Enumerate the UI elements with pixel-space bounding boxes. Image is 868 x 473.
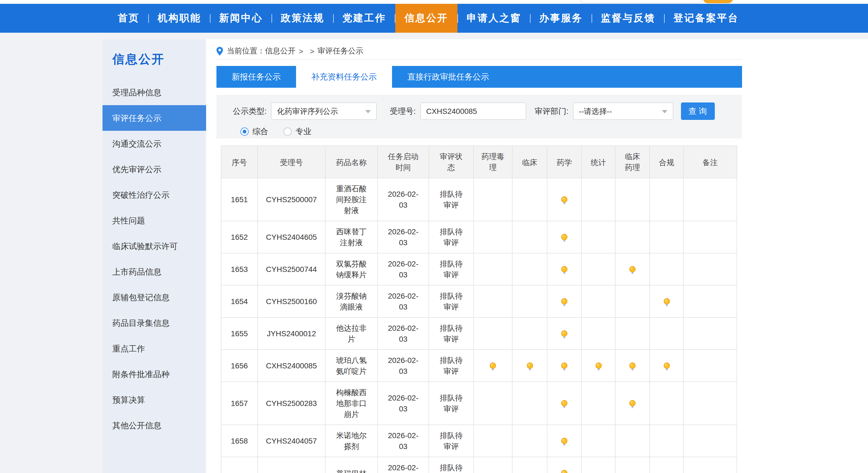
tab-3[interactable]: 直接行政审批任务公示 [392, 66, 504, 88]
cell-discipline-4 [582, 349, 615, 382]
cell-drug-name: 米诺地尔搽剂 [325, 425, 378, 457]
filter-department-label: 审评部门: [535, 106, 568, 116]
cell-discipline-4 [582, 425, 615, 457]
nav-item-1[interactable]: 首页 [109, 4, 148, 33]
main-nav: 首页机构职能新闻中心政策法规党建工作信息公开申请人之窗办事服务监督与反馈登记备案… [109, 4, 747, 33]
cell-discipline-1 [473, 349, 512, 382]
nav-item-5[interactable]: 党建工作 [334, 4, 395, 33]
breadcrumb: 当前位置： 信息公开 > > 审评任务公示 [216, 47, 742, 60]
cell-note [683, 349, 737, 382]
cell-drug-name: 重酒石酸间羟胺注射液 [325, 178, 378, 221]
sidebar-item-10[interactable]: 药品目录集信息 [102, 310, 206, 336]
cell-acceptance-no: CYHS2500007 [258, 178, 325, 221]
page-root: 首页机构职能新闻中心政策法规党建工作信息公开申请人之窗办事服务监督与反馈登记备案… [0, 0, 868, 473]
cell-discipline-2 [512, 285, 547, 317]
cell-discipline-4 [582, 253, 615, 285]
filter-type-select[interactable]: 化药审评序列公示 [271, 102, 377, 120]
cell-discipline-1 [473, 425, 512, 457]
cell-note [683, 317, 737, 349]
tab-2[interactable]: 补充资料任务公示 [296, 66, 392, 88]
tab-1[interactable]: 新报任务公示 [216, 66, 296, 88]
sidebar-item-6[interactable]: 共性问题 [102, 208, 206, 233]
sidebar-item-5[interactable]: 突破性治疗公示 [102, 182, 206, 208]
cell-discipline-2 [512, 221, 547, 253]
chevron-down-icon [662, 110, 667, 113]
sidebar-item-2[interactable]: 审评任务公示 [102, 105, 206, 131]
bulb-icon [628, 362, 637, 371]
cell-discipline-6 [650, 221, 683, 253]
nav-item-2[interactable]: 机构职能 [149, 4, 210, 33]
cell-status: 排队待审评 [429, 382, 473, 425]
sidebar-item-12[interactable]: 附条件批准品种 [102, 361, 206, 387]
cell-discipline-3 [547, 425, 582, 457]
sidebar-item-9[interactable]: 原辅包登记信息 [102, 284, 206, 310]
table-row-2: 1652CYHS2404605西咪替丁注射液2026-02-03排队待审评 [221, 221, 737, 253]
cell-discipline-4 [582, 178, 615, 221]
cell-discipline-3 [547, 317, 582, 349]
nav-item-3[interactable]: 新闻中心 [211, 4, 272, 33]
cell-discipline-4 [582, 285, 615, 317]
cell-start-date: 2026-02-03 [378, 425, 429, 457]
acceptance-number-input[interactable] [420, 102, 526, 120]
sidebar-item-1[interactable]: 受理品种信息 [102, 79, 206, 105]
cell-status: 排队待审评 [429, 178, 473, 221]
filter-department-value: --请选择-- [579, 107, 612, 115]
table-row-5: 1655JYHS2400012他达拉非片2026-02-03排队待审评 [221, 317, 737, 349]
cell-note [683, 178, 737, 221]
filter-department-select[interactable]: --请选择-- [573, 102, 673, 120]
table-wrapper: 序号受理号药品名称任务启动时间审评状态药理毒理临床药学统计临床药理合规备注 16… [221, 145, 742, 473]
sidebar-item-14[interactable]: 其他公开信息 [102, 412, 206, 438]
cell-status: 排队待审评 [429, 285, 473, 317]
radio-unchecked-icon [283, 128, 292, 136]
cell-discipline-3 [547, 382, 582, 425]
cell-discipline-6 [650, 349, 683, 382]
bulb-icon [560, 362, 569, 371]
cell-discipline-3 [547, 457, 582, 473]
cell-acceptance-no: CYHS2500160 [258, 285, 325, 317]
sidebar-item-11[interactable]: 重点工作 [102, 336, 206, 361]
task-table: 序号受理号药品名称任务启动时间审评状态药理毒理临床药学统计临床药理合规备注 16… [221, 145, 737, 473]
cell-discipline-2 [512, 253, 547, 285]
cell-discipline-5 [615, 349, 650, 382]
cell-acceptance-no: CYHS2404605 [258, 221, 325, 253]
nav-item-7[interactable]: 申请人之窗 [458, 4, 530, 33]
sidebar-item-3[interactable]: 沟通交流公示 [102, 131, 206, 157]
cell-discipline-1 [473, 253, 512, 285]
cell-note [683, 253, 737, 285]
cell-start-date: 2026-02-03 [378, 253, 429, 285]
cell-discipline-4 [582, 221, 615, 253]
nav-item-4[interactable]: 政策法规 [272, 4, 333, 33]
nav-item-6[interactable]: 信息公开 [395, 4, 458, 33]
breadcrumb-label: 当前位置： [227, 46, 265, 56]
cell-seq: 1656 [221, 349, 258, 382]
sidebar-item-4[interactable]: 优先审评公示 [102, 157, 206, 182]
cell-discipline-1 [473, 221, 512, 253]
table-row-9: 普瑞巴林2026-02-03排队待审评 [221, 457, 737, 473]
bulb-icon [489, 362, 497, 371]
cell-status: 排队待审评 [429, 349, 473, 382]
query-button[interactable]: 查 询 [681, 102, 715, 120]
breadcrumb-link-info-disclosure[interactable]: 信息公开 [265, 46, 296, 56]
cell-discipline-5 [615, 178, 650, 221]
cell-discipline-6 [650, 382, 683, 425]
table-header-5: 审评状态 [429, 146, 473, 178]
top-search-input[interactable] [579, 0, 703, 3]
cell-start-date: 2026-02-03 [378, 317, 429, 349]
sidebar-item-8[interactable]: 上市药品信息 [102, 259, 206, 284]
nav-item-9[interactable]: 监督与反馈 [592, 4, 664, 33]
radio-option-1[interactable]: 综合 [241, 127, 268, 137]
nav-item-8[interactable]: 办事服务 [530, 4, 592, 33]
top-search-button[interactable] [703, 0, 733, 3]
radio-option-2[interactable]: 专业 [283, 127, 311, 137]
radio-label: 综合 [252, 127, 268, 137]
cell-acceptance-no: CYHS2500283 [258, 382, 325, 425]
breadcrumb-current: 审评任务公示 [318, 46, 363, 56]
cell-discipline-3 [547, 221, 582, 253]
location-pin-icon [216, 46, 223, 55]
cell-discipline-5 [615, 253, 650, 285]
nav-item-10[interactable]: 登记备案平台 [664, 4, 747, 33]
page-body: 信息公开 受理品种信息审评任务公示沟通交流公示优先审评公示突破性治疗公示共性问题… [0, 33, 868, 473]
cell-discipline-2 [512, 457, 547, 473]
sidebar-item-13[interactable]: 预算决算 [102, 387, 206, 412]
sidebar-item-7[interactable]: 临床试验默示许可 [102, 233, 206, 259]
